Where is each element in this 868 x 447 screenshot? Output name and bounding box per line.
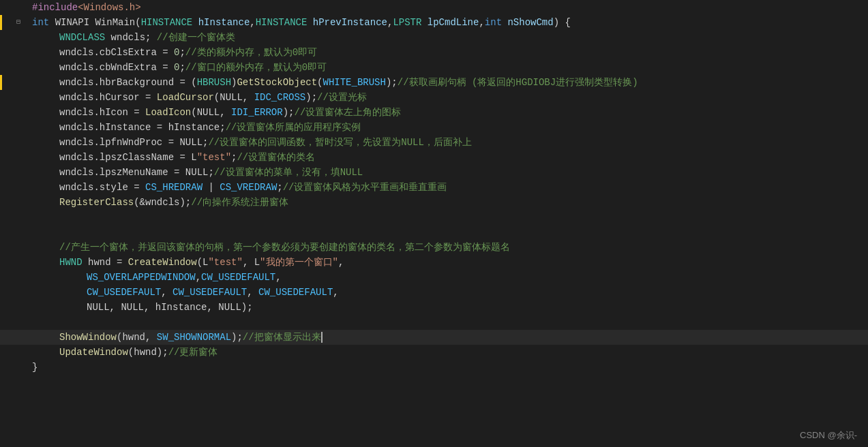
code-line: CW_USEDEFAULT, CW_USEDEFAULT, CW_USEDEFA…: [0, 285, 868, 300]
line-number: [2, 0, 29, 15]
fold-icon[interactable]: [13, 60, 24, 75]
line-number: [2, 195, 29, 210]
fold-icon[interactable]: [13, 120, 24, 135]
fold-icon[interactable]: [13, 45, 24, 60]
fold-icon[interactable]: [13, 165, 24, 180]
code-content: wndcls.lpszClassName = L"test";//设置窗体的类名: [57, 150, 868, 165]
line-number: [2, 300, 29, 315]
code-line: wndcls.hInstance = hInstance;//设置窗体所属的应用…: [0, 120, 868, 135]
line-number: [2, 240, 29, 255]
fold-icon[interactable]: [13, 300, 24, 315]
code-content: }: [29, 360, 868, 375]
line-number: [2, 150, 29, 165]
code-line: NULL, NULL, hInstance, NULL);: [0, 300, 868, 315]
code-content: UpdateWindow(hwnd);//更新窗体: [57, 345, 868, 360]
line-number: [2, 285, 29, 300]
code-content: wndcls.cbWndExtra = 0;//窗口的额外内存，默认为0即可: [57, 60, 868, 75]
code-line: [0, 225, 868, 240]
line-number: [2, 45, 29, 60]
line-number: ⊟: [2, 15, 29, 30]
fold-icon[interactable]: [13, 345, 24, 360]
fold-icon[interactable]: [13, 360, 24, 375]
code-content: int WINAPI WinMain(HINSTANCE hInstance,H…: [29, 15, 868, 30]
fold-icon[interactable]: [13, 330, 24, 345]
line-number: [2, 60, 29, 75]
code-content: CW_USEDEFAULT, CW_USEDEFAULT, CW_USEDEFA…: [84, 285, 868, 300]
code-content: RegisterClass(&wndcls);//向操作系统注册窗体: [57, 195, 868, 210]
line-number: [2, 360, 29, 375]
fold-icon[interactable]: [13, 210, 24, 225]
code-line: //产生一个窗体，并返回该窗体的句柄，第一个参数必须为要创建的窗体的类名，第二个…: [0, 240, 868, 255]
code-line: ShowWindow(hwnd, SW_SHOWNORMAL);//把窗体显示出…: [0, 330, 868, 345]
code-line: RegisterClass(&wndcls);//向操作系统注册窗体: [0, 195, 868, 210]
line-number: [2, 135, 29, 150]
line-number: [2, 345, 29, 360]
watermark: CSDN @余识-: [800, 429, 857, 442]
code-line: [0, 210, 868, 225]
code-content: wndcls.lpfnWndProc = NULL;//设置窗体的回调函数，暂时…: [57, 135, 868, 150]
code-line: wndcls.lpfnWndProc = NULL;//设置窗体的回调函数，暂时…: [0, 135, 868, 150]
fold-icon[interactable]: [13, 315, 24, 330]
code-line: WNDCLASS wndcls; //创建一个窗体类: [0, 30, 868, 45]
code-line: WS_OVERLAPPEDWINDOW,CW_USEDEFAULT,: [0, 270, 868, 285]
code-line: wndcls.cbWndExtra = 0;//窗口的额外内存，默认为0即可: [0, 60, 868, 75]
line-number: [2, 330, 29, 345]
code-content: ShowWindow(hwnd, SW_SHOWNORMAL);//把窗体显示出…: [57, 330, 868, 345]
code-line: #include<Windows.h>: [0, 0, 868, 15]
code-editor: #include<Windows.h>⊟int WINAPI WinMain(H…: [0, 0, 868, 447]
code-line: HWND hwnd = CreateWindow(L"test", L"我的第一…: [0, 255, 868, 270]
line-number: [2, 165, 29, 180]
code-content: #include<Windows.h>: [29, 0, 868, 15]
fold-icon[interactable]: [13, 90, 24, 105]
code-content: wndcls.hbrBackground = (HBRUSH)GetStockO…: [57, 75, 868, 90]
line-number: [2, 210, 29, 225]
code-line: wndcls.hbrBackground = (HBRUSH)GetStockO…: [0, 75, 868, 90]
line-number: [2, 75, 29, 90]
code-content: //产生一个窗体，并返回该窗体的句柄，第一个参数必须为要创建的窗体的类名，第二个…: [57, 240, 868, 255]
code-line: UpdateWindow(hwnd);//更新窗体: [0, 345, 868, 360]
fold-icon[interactable]: ⊟: [13, 15, 24, 30]
fold-icon[interactable]: [13, 195, 24, 210]
line-number: [2, 255, 29, 270]
code-content: NULL, NULL, hInstance, NULL);: [84, 300, 868, 315]
code-line: ⊟int WINAPI WinMain(HINSTANCE hInstance,…: [0, 15, 868, 30]
code-content: WS_OVERLAPPEDWINDOW,CW_USEDEFAULT,: [84, 270, 868, 285]
code-content: wndcls.hIcon = LoadIcon(NULL, IDI_ERROR)…: [57, 105, 868, 120]
code-line: wndcls.hIcon = LoadIcon(NULL, IDI_ERROR)…: [0, 105, 868, 120]
fold-icon[interactable]: [13, 225, 24, 240]
line-number: [2, 120, 29, 135]
line-number: [2, 315, 29, 330]
code-line: wndcls.lpszClassName = L"test";//设置窗体的类名: [0, 150, 868, 165]
code-content: wndcls.cbClsExtra = 0;//类的额外内存，默认为0即可: [57, 45, 868, 60]
line-number: [2, 180, 29, 195]
line-number: [2, 90, 29, 105]
code-content: wndcls.hInstance = hInstance;//设置窗体所属的应用…: [57, 120, 868, 135]
code-line: wndcls.style = CS_HREDRAW | CS_VREDRAW;/…: [0, 180, 868, 195]
code-line: wndcls.lpszMenuName = NULL;//设置窗体的菜单，没有，…: [0, 165, 868, 180]
code-line: wndcls.hCursor = LoadCursor(NULL, IDC_CR…: [0, 90, 868, 105]
fold-icon[interactable]: [13, 150, 24, 165]
fold-icon[interactable]: [13, 255, 24, 270]
fold-icon[interactable]: [13, 270, 24, 285]
fold-icon[interactable]: [13, 75, 24, 90]
code-content: wndcls.lpszMenuName = NULL;//设置窗体的菜单，没有，…: [57, 165, 868, 180]
code-content: HWND hwnd = CreateWindow(L"test", L"我的第一…: [57, 255, 868, 270]
fold-icon[interactable]: [13, 0, 24, 15]
code-line: wndcls.cbClsExtra = 0;//类的额外内存，默认为0即可: [0, 45, 868, 60]
line-number: [2, 270, 29, 285]
fold-icon[interactable]: [13, 30, 24, 45]
code-line: }: [0, 360, 868, 375]
fold-icon[interactable]: [13, 180, 24, 195]
line-number: [2, 225, 29, 240]
fold-icon[interactable]: [13, 135, 24, 150]
code-content: wndcls.style = CS_HREDRAW | CS_VREDRAW;/…: [57, 180, 868, 195]
line-number: [2, 105, 29, 120]
code-content: WNDCLASS wndcls; //创建一个窗体类: [57, 30, 868, 45]
fold-icon[interactable]: [13, 240, 24, 255]
fold-icon[interactable]: [13, 105, 24, 120]
fold-icon[interactable]: [13, 285, 24, 300]
line-number: [2, 30, 29, 45]
code-line: [0, 315, 868, 330]
code-content: wndcls.hCursor = LoadCursor(NULL, IDC_CR…: [57, 90, 868, 105]
